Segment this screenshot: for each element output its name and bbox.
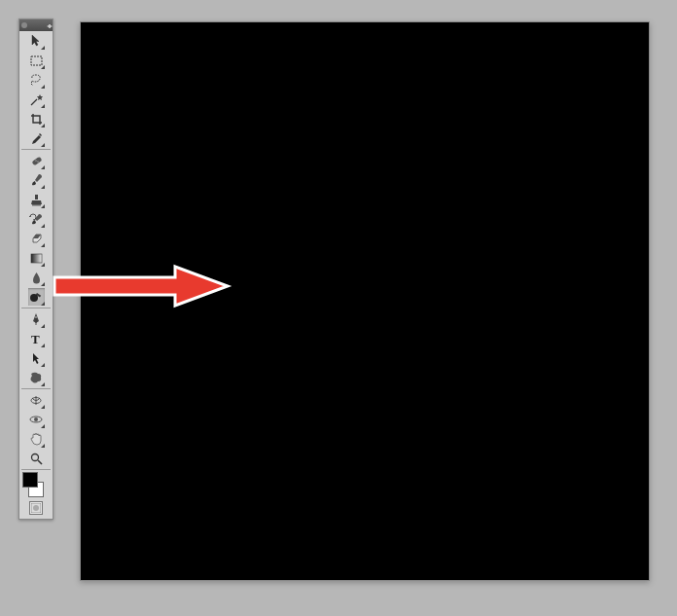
type-tool[interactable]: T [28, 330, 45, 347]
move-tool[interactable] [28, 32, 45, 50]
edit-mode-buttons [19, 499, 53, 519]
foreground-color-swatch[interactable] [22, 472, 38, 488]
svg-point-11 [35, 316, 37, 318]
eraser-tool[interactable] [28, 230, 45, 247]
panel-menu-icon [21, 22, 27, 28]
separator [21, 308, 51, 308]
gradient-tool[interactable] [28, 249, 45, 267]
svg-line-1 [31, 99, 37, 105]
svg-rect-2 [31, 156, 42, 165]
3d-camera-tool[interactable] [28, 411, 45, 428]
eyedropper-tool[interactable] [28, 129, 45, 147]
magnifier-icon [30, 453, 43, 465]
svg-rect-5 [35, 195, 38, 199]
svg-rect-0 [31, 56, 42, 65]
svg-text:T: T [31, 333, 40, 344]
quick-mask-icon [31, 503, 41, 513]
collapse-arrows-icon: ◂▸ [47, 21, 51, 30]
color-swatches[interactable] [22, 472, 50, 497]
healing-brush-tool[interactable] [28, 152, 45, 169]
separator [21, 388, 51, 389]
crop-tool[interactable] [28, 110, 45, 127]
quick-mask-mode-button[interactable] [29, 501, 43, 515]
path-selection-tool[interactable] [28, 349, 45, 367]
tools-panel: ◂▸ [18, 18, 53, 520]
separator [21, 149, 51, 150]
svg-point-4 [37, 161, 38, 162]
marquee-tool[interactable] [28, 52, 45, 69]
svg-line-17 [38, 460, 42, 464]
3d-rotate-tool[interactable] [28, 391, 45, 409]
svg-point-16 [31, 453, 38, 460]
shape-tool[interactable] [28, 369, 45, 386]
svg-point-15 [34, 417, 38, 421]
svg-point-19 [33, 505, 39, 511]
dodge-burn-sponge-tool[interactable] [28, 288, 45, 306]
blur-tool[interactable] [28, 269, 45, 286]
tools-panel-header[interactable]: ◂▸ [19, 19, 53, 31]
brush-tool[interactable] [28, 171, 45, 189]
separator [21, 469, 51, 470]
clone-stamp-tool[interactable] [28, 191, 45, 208]
lasso-tool[interactable] [28, 71, 45, 89]
marquee-icon [30, 55, 43, 66]
hand-tool[interactable] [28, 430, 45, 448]
svg-rect-6 [32, 204, 41, 206]
document-canvas[interactable] [80, 21, 650, 581]
svg-rect-7 [31, 254, 42, 263]
svg-point-3 [35, 160, 36, 161]
quick-selection-tool[interactable] [28, 91, 45, 108]
zoom-tool[interactable] [28, 450, 45, 467]
gradient-icon [30, 253, 43, 264]
history-brush-tool[interactable] [28, 210, 45, 228]
pen-tool[interactable] [28, 310, 45, 328]
